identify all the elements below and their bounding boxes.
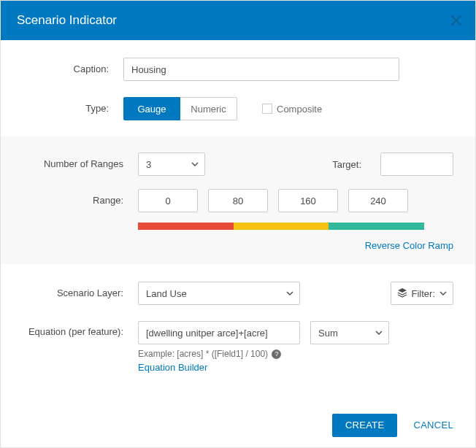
range-input-3[interactable] [348,189,408,212]
equation-input[interactable] [138,321,300,344]
chevron-down-icon [375,331,383,335]
ramp-segment-2 [329,223,424,230]
color-ramp-row [23,223,453,230]
num-ranges-row: Number of Ranges 3 Target: [23,152,453,176]
num-ranges-label: Number of Ranges [23,158,138,171]
dialog-body: Caption: Type: Gauge Numeric Composite N… [1,40,475,402]
scenario-layer-value: Land Use [146,288,187,299]
target-input[interactable] [380,152,453,176]
range-values-row: Range: [23,189,453,212]
filter-button[interactable]: Filter: [391,282,454,305]
layers-icon [397,287,407,300]
equation-aggregator-value: Sum [318,328,338,339]
chevron-down-icon [286,291,293,296]
equation-label: Equation (per feature): [23,321,138,339]
filter-label: Filter: [412,288,436,299]
color-ramp [138,223,424,230]
type-numeric-button[interactable]: Numeric [180,97,237,120]
equation-aggregator-select[interactable]: Sum [310,321,389,344]
caption-row: Caption: [23,58,453,81]
scenario-layer-label: Scenario Layer: [23,287,138,300]
ramp-segment-0 [138,223,234,230]
titlebar: Scenario Indicator [1,1,475,40]
chevron-down-icon [439,291,447,296]
caption-label: Caption: [23,63,123,76]
scenario-layer-select[interactable]: Land Use [138,282,300,305]
reverse-color-ramp-link[interactable]: Reverse Color Ramp [365,240,453,251]
equation-row: Equation (per feature): Sum Example: [ac… [23,321,453,375]
dialog-footer: CREATE CANCEL [1,402,475,447]
close-icon[interactable] [450,15,462,26]
range-label: Range: [23,195,138,207]
scenario-indicator-dialog: Scenario Indicator Caption: Type: Gauge … [0,0,476,448]
range-input-0[interactable] [138,189,198,212]
type-gauge-button[interactable]: Gauge [123,97,180,120]
type-row: Type: Gauge Numeric Composite [23,97,453,120]
num-ranges-select[interactable]: 3 [138,152,205,176]
target-label: Target: [307,159,373,170]
chevron-down-icon [191,162,199,166]
equation-help: Example: [acres] * ([Field1] / 100) ? Eq… [138,347,453,375]
create-button[interactable]: CREATE [332,414,398,437]
cancel-button[interactable]: CANCEL [410,420,456,430]
help-icon[interactable]: ? [272,349,281,359]
checkbox-icon [262,104,272,114]
scenario-layer-row: Scenario Layer: Land Use [23,282,453,305]
equation-example-text: Example: [acres] * ([Field1] / 100) [138,349,268,359]
ranges-panel: Number of Ranges 3 Target: Range: [1,136,475,264]
reverse-ramp-row: Reverse Color Ramp [23,240,453,251]
range-input-2[interactable] [278,189,338,212]
equation-builder-link[interactable]: Equation Builder [138,362,207,373]
dialog-title: Scenario Indicator [17,13,117,28]
type-toggle: Gauge Numeric [123,97,237,120]
ramp-segment-1 [234,223,329,230]
range-input-1[interactable] [208,189,268,212]
composite-checkbox[interactable]: Composite [262,104,322,115]
num-ranges-value: 3 [146,159,151,170]
caption-input[interactable] [123,58,399,81]
type-label: Type: [23,103,123,115]
composite-label: Composite [277,104,322,115]
